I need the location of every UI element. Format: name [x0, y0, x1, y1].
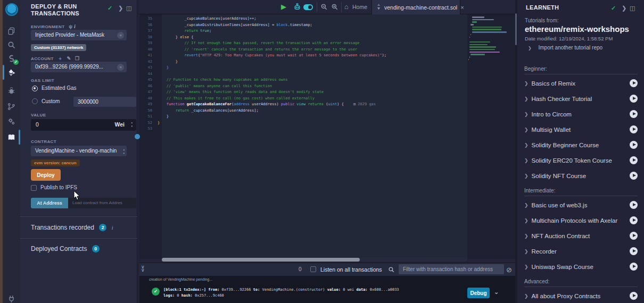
code-line[interactable]: 45 // Function to check how many cupcake…: [139, 78, 480, 84]
tutorial-item[interactable]: ❯Basics of Remix: [524, 75, 638, 91]
deploy-run-icon[interactable]: [3, 65, 20, 80]
import-tutorial-repo[interactable]: ❯ Import another tutorial repo: [528, 45, 602, 50]
remix-logo[interactable]: [3, 2, 20, 17]
terminal-collapse-icon[interactable]: ∨∨: [141, 265, 145, 272]
publish-ipfs-checkbox[interactable]: [31, 185, 37, 191]
at-address-input[interactable]: Load contract from Addres: [72, 200, 122, 205]
log-expand-icon[interactable]: ⌄: [494, 289, 499, 296]
code-line[interactable]: 37 return true;: [139, 29, 480, 35]
debug-button[interactable]: Debug: [467, 288, 490, 298]
play-tutorial-icon[interactable]: [630, 95, 638, 103]
play-tutorial-icon[interactable]: [630, 125, 638, 133]
transaction-filter-input[interactable]: [399, 264, 504, 274]
play-tutorial-icon[interactable]: [630, 141, 638, 149]
account-select[interactable]: 0xf39...92266 (9999.99929... ≡: [31, 62, 127, 72]
tutorial-item[interactable]: ❯Solidity ERC20 Token Course: [524, 153, 638, 168]
tutorial-item[interactable]: ❯Multisig Wallet: [524, 122, 638, 137]
learneth-expand-icon[interactable]: ❯: [622, 5, 626, 12]
play-tutorial-icon[interactable]: [630, 232, 638, 240]
environment-select[interactable]: Injected Provider - MetaMask ≡: [31, 30, 127, 40]
at-address-button[interactable]: At Address: [31, 198, 68, 208]
play-tutorial-icon[interactable]: [630, 201, 638, 209]
code-line[interactable]: 39 // If not enough time has passed, rev…: [139, 41, 480, 47]
play-tutorial-icon[interactable]: [630, 110, 638, 118]
transactions-recorded-row[interactable]: Transactions recorded 2 i ❯: [31, 224, 113, 231]
ai-assistant-icon[interactable]: [293, 2, 302, 14]
tutorial-item[interactable]: ❯Basic use of web3.js: [524, 197, 638, 213]
code-line[interactable]: 52}: [139, 121, 480, 127]
home-icon[interactable]: ⌂: [344, 3, 349, 11]
zoom-out-icon[interactable]: [320, 3, 328, 13]
contract-select[interactable]: VendingMachine - vending-machin ▴▾: [31, 146, 127, 156]
deploy-button[interactable]: Deploy: [31, 169, 61, 181]
code-line[interactable]: 53: [139, 127, 480, 133]
deployed-contracts-row[interactable]: Deployed Contracts 0: [31, 245, 100, 252]
code-line[interactable]: 49 function getCupcakeBalanceFor(address…: [139, 102, 480, 108]
tutorial-item[interactable]: ❯All about Proxy Contracts: [524, 288, 638, 303]
clear-console-icon[interactable]: ⊘: [506, 266, 512, 274]
learneth-layout-icon[interactable]: ◫: [630, 5, 635, 12]
play-tutorial-icon[interactable]: [630, 263, 638, 271]
code-line[interactable]: 47 // 'view' means this function only re…: [139, 90, 480, 96]
learneth-book-icon[interactable]: [3, 130, 20, 145]
search-icon[interactable]: [3, 37, 20, 52]
play-tutorial-icon[interactable]: [630, 216, 638, 224]
code-line[interactable]: 38 } else {: [139, 35, 480, 41]
value-input[interactable]: 0: [36, 121, 39, 128]
play-tutorial-icon[interactable]: [630, 292, 638, 300]
code-line[interactable]: 44: [139, 72, 480, 78]
tutorial-item[interactable]: ❯Solidity NFT Course: [524, 168, 638, 183]
editor-minimap[interactable]: [468, 16, 507, 64]
code-line[interactable]: 42 }: [139, 60, 480, 66]
tab-close-icon[interactable]: ×: [460, 4, 464, 11]
play-tutorial-icon[interactable]: [630, 172, 638, 180]
account-copy-icon[interactable]: ≡: [117, 64, 124, 71]
value-unit-select[interactable]: Wei: [115, 121, 125, 128]
plugin-plug-icon[interactable]: [3, 291, 20, 303]
code-line[interactable]: 35 _cupcakeBalances[userAddress]++;: [139, 16, 480, 23]
tutorial-item[interactable]: ❯NFT Auction Contract: [524, 228, 638, 243]
tutorial-item[interactable]: ❯Multichain Protocols with Axelar: [524, 213, 638, 228]
settings-icon[interactable]: [3, 114, 20, 129]
code-line[interactable]: 43 }: [139, 65, 480, 72]
listen-all-checkbox[interactable]: [310, 266, 316, 272]
code-line[interactable]: 41 revert("HTTP 429: Too Many Cupcakes (…: [139, 53, 480, 60]
tutorial-item[interactable]: ❯Intro to Circom: [524, 106, 638, 122]
transaction-log[interactable]: [block:1 txIndex:-] from: 0xf39...92266 …: [163, 287, 461, 299]
home-tab[interactable]: Home: [352, 4, 367, 10]
estimated-gas-radio[interactable]: [32, 86, 38, 91]
code-line[interactable]: 51 }: [139, 114, 480, 121]
code-line[interactable]: 36 _cupcakeDistributionTimes[userAddress…: [139, 23, 480, 29]
play-tutorial-icon[interactable]: [630, 156, 638, 164]
run-script-icon[interactable]: ▶: [281, 3, 286, 11]
file-explorer-icon[interactable]: [3, 23, 20, 38]
code-line[interactable]: 48 // This makes it free to call (no gas…: [139, 96, 480, 103]
custom-gas-input[interactable]: 3000000: [73, 97, 136, 107]
unit-updown-icon[interactable]: ▴▾: [131, 121, 133, 128]
git-icon[interactable]: [3, 99, 20, 114]
tutorial-item[interactable]: ❯Recorder: [524, 243, 638, 259]
add-account-icon[interactable]: ＋: [57, 56, 62, 61]
code-line[interactable]: 40 // 'revert' cancels the transaction a…: [139, 47, 480, 54]
debugger-icon[interactable]: [3, 83, 20, 98]
tutorial-item[interactable]: ❯Solidity Beginner Course: [524, 137, 638, 153]
edit-account-icon[interactable]: ✎: [67, 56, 71, 61]
tab-vending-machine-contract[interactable]: vending-machine-contract.sol ×: [371, 0, 460, 14]
editor-hscroll-thumb[interactable]: [162, 258, 360, 262]
code-lines[interactable]: 35 _cupcakeBalances[userAddress]++;36 _c…: [139, 16, 480, 133]
transactions-info-icon[interactable]: i: [112, 225, 113, 231]
right-panel-scrollbar[interactable]: [515, 13, 517, 45]
zoom-in-icon[interactable]: [331, 3, 338, 13]
panel-expand-icon[interactable]: ❯: [118, 5, 123, 12]
tutorial-item[interactable]: ❯Uniswap Swap Course: [524, 259, 638, 274]
environment-settings-icon[interactable]: ≡: [117, 32, 124, 39]
info-icon[interactable]: i: [74, 23, 76, 29]
code-line[interactable]: 50 return _cupcakeBalances[userAddress];: [139, 108, 480, 115]
copy-account-icon[interactable]: ❐: [75, 56, 79, 61]
custom-gas-radio[interactable]: [32, 98, 38, 104]
tutorial-item[interactable]: ❯Hash Checker Tutorial: [524, 91, 638, 106]
solidity-compiler-icon[interactable]: ✓: [3, 51, 20, 66]
play-tutorial-icon[interactable]: [630, 79, 638, 87]
code-line[interactable]: 46 // 'public' means anyone can call thi…: [139, 84, 480, 90]
play-tutorial-icon[interactable]: [630, 247, 638, 255]
